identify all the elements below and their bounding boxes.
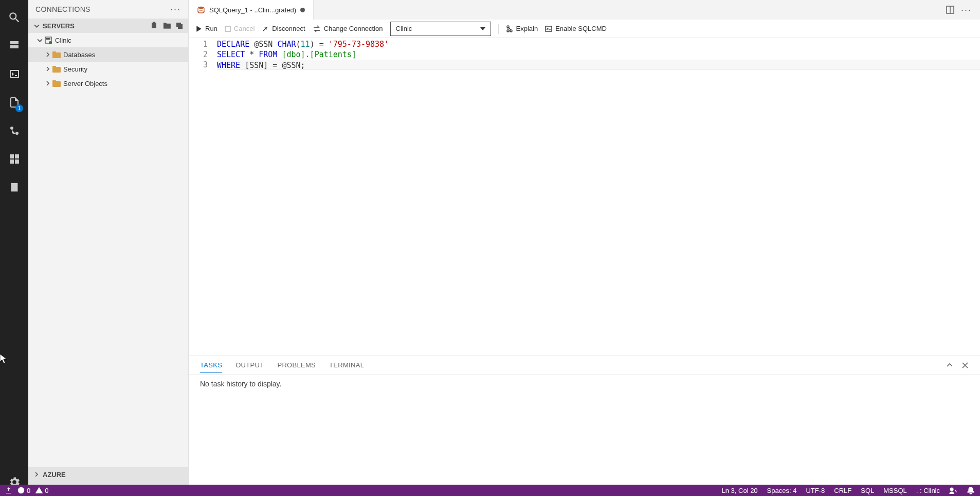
close-panel-icon[interactable] [961,362,969,369]
bottom-panel: TASKS OUTPUT PROBLEMS TERMINAL No task h… [189,356,980,496]
panel-tab-terminal[interactable]: TERMINAL [329,358,364,372]
more-icon[interactable]: ··· [170,4,181,15]
tree-label: Server Objects [63,80,107,87]
indent-setting[interactable]: Spaces: 4 [767,487,797,494]
panel-tab-tasks[interactable]: TASKS [200,358,222,373]
cursor-position[interactable]: Ln 3, Col 20 [722,487,758,494]
panel-tab-problems[interactable]: PROBLEMS [277,358,316,372]
tree-node-server-objects[interactable]: Server Objects [28,76,188,91]
tree-label: Databases [63,51,95,59]
language-mode[interactable]: SQL [861,487,874,494]
feedback-icon[interactable] [949,486,957,494]
line-gutter: 1 2 3 [189,38,217,356]
explorer-icon[interactable]: 1 [0,88,28,116]
collapse-all-icon[interactable] [175,21,184,30]
svg-point-2 [49,41,52,44]
code-area[interactable]: DECLARE @SSN CHAR(11) = '795-73-9838' SE… [217,38,980,356]
source-control-icon[interactable] [0,116,28,145]
database-select[interactable]: Clinic [390,22,491,36]
encoding[interactable]: UTF-8 [806,487,825,494]
svg-point-9 [198,7,204,9]
svg-point-16 [507,30,509,32]
tab-title: SQLQuery_1 - ..Clin...grated) [209,6,296,14]
svg-rect-1 [46,38,50,40]
explain-button[interactable]: Explain [506,25,538,32]
svg-rect-6 [52,66,56,68]
warnings-indicator[interactable]: 0 [35,487,48,494]
folder-icon [52,51,61,58]
errors-indicator[interactable]: 0 [17,487,30,494]
connections-sidebar: CONNECTIONS ··· SERVERS Clinic [28,0,189,496]
main-area: SQLQuery_1 - ..Clin...grated) ··· Run Ca… [189,0,980,496]
activity-bar: 1 [0,0,28,496]
tree-node-security[interactable]: Security [28,62,188,76]
tree-label: Security [63,65,87,73]
folder-icon [52,66,61,73]
svg-rect-13 [225,26,230,31]
status-bar: 0 0 Ln 3, Col 20 Spaces: 4 UTF-8 CRLF SQ… [0,485,980,496]
svg-point-19 [950,488,953,491]
cancel-button: Cancel [225,25,255,32]
azure-section[interactable]: AZURE [28,467,188,482]
enable-sqlcmd-button[interactable]: Enable SQLCMD [545,25,607,32]
chevron-down-icon [480,27,485,30]
server-node-clinic[interactable]: Clinic [28,33,188,47]
search-icon[interactable] [0,3,28,31]
panel-tab-output[interactable]: OUTPUT [235,358,264,372]
servers-section[interactable]: SERVERS [28,19,188,33]
remote-icon[interactable] [5,487,12,494]
tree-node-databases[interactable]: Databases [28,47,188,62]
extensions-icon[interactable] [0,145,28,173]
folder-icon [52,80,61,87]
notebook-icon[interactable] [0,173,28,201]
svg-rect-8 [52,80,56,82]
dirty-indicator-icon [300,8,305,12]
editor-more-icon[interactable]: ··· [961,5,972,15]
svg-rect-4 [52,51,56,54]
servers-icon[interactable] [0,31,28,60]
badge: 1 [15,104,23,112]
server-label: Clinic [55,37,71,44]
new-group-icon[interactable] [162,21,172,30]
eol[interactable]: CRLF [834,487,851,494]
query-toolbar: Run Cancel Disconnect Change Connection … [189,20,980,38]
disconnect-button[interactable]: Disconnect [262,25,305,32]
editor-tab-bar: SQLQuery_1 - ..Clin...grated) ··· [189,0,980,20]
notifications-icon[interactable] [967,486,975,494]
connection-status[interactable]: . : Clinic [916,487,940,494]
sql-editor[interactable]: 1 2 3 DECLARE @SSN CHAR(11) = '795-73-98… [189,38,980,356]
split-editor-icon[interactable] [946,5,955,14]
sidebar-title: CONNECTIONS [35,5,170,13]
server-icon [44,36,53,44]
terminal-icon[interactable] [0,60,28,88]
panel-content: No task history to display. [189,375,980,393]
run-button[interactable]: Run [196,25,217,32]
change-connection-button[interactable]: Change Connection [313,25,383,32]
editor-tab[interactable]: SQLQuery_1 - ..Clin...grated) [189,0,314,20]
database-icon [197,6,205,14]
new-connection-icon[interactable] [150,21,159,30]
collapse-panel-icon[interactable] [946,362,953,369]
svg-point-15 [510,30,512,32]
provider[interactable]: MSSQL [883,487,907,494]
svg-point-10 [198,11,204,13]
